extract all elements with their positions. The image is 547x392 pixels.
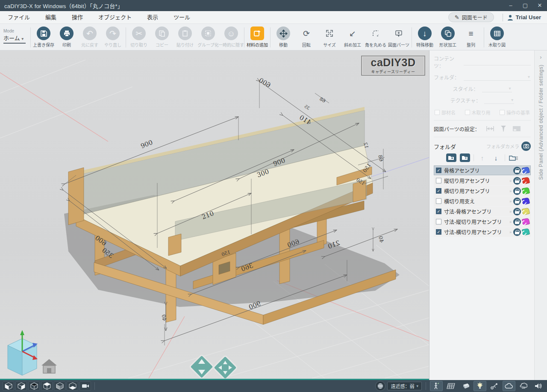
material-block-icon[interactable]: [459, 381, 472, 391]
light-icon[interactable]: [473, 381, 486, 391]
minimize-button[interactable]: –: [503, 0, 518, 11]
delete-folder-button[interactable]: [460, 153, 470, 162]
redo-button[interactable]: ↷ やり直し: [101, 25, 124, 50]
paint-color-icon[interactable]: [522, 187, 530, 195]
lock-icon[interactable]: [513, 228, 521, 236]
paste-button[interactable]: 貼り付け: [174, 25, 197, 50]
perspective-select[interactable]: 遠近感：弱 ▾: [387, 382, 422, 390]
maximize-button[interactable]: ▢: [518, 0, 532, 11]
cut-button[interactable]: ✂ 切り取り: [127, 25, 150, 50]
menu-object[interactable]: オブジェクト: [91, 11, 139, 24]
special-move-button[interactable]: ↓ 特殊移動: [413, 25, 436, 50]
home-view-icon[interactable]: [41, 359, 57, 373]
folder-row[interactable]: 寸法-縦切り用アセンブリ ▸: [434, 217, 531, 227]
hide-button[interactable]: ☺ 一時的に隠す: [220, 25, 243, 50]
lock-icon[interactable]: [513, 208, 521, 215]
chamfer-button[interactable]: ↙ 斜め加工: [341, 25, 364, 50]
move-down-button[interactable]: ↓: [491, 153, 501, 162]
stamp-icon[interactable]: [517, 381, 530, 391]
undo-button[interactable]: ↶ 元に戻す: [78, 25, 101, 50]
drawing-parts-button[interactable]: 図面パーツ: [387, 25, 410, 50]
folder-visibility-checkbox[interactable]: [436, 198, 441, 204]
operation-base-checkbox[interactable]: 操作の基準: [500, 109, 530, 116]
lock-icon[interactable]: [513, 167, 521, 174]
round-corner-button[interactable]: 角を丸める: [364, 25, 387, 50]
zoom-control[interactable]: [190, 355, 214, 378]
paint-color-icon[interactable]: [522, 228, 530, 236]
view-left-button[interactable]: [54, 381, 65, 391]
lock-icon[interactable]: [513, 187, 521, 195]
view-bottom-button[interactable]: [67, 381, 78, 391]
cutting-plan-button[interactable]: 木取り図: [485, 25, 509, 50]
cloud-icon[interactable]: [503, 381, 515, 391]
shape-edit-button[interactable]: 形状加工: [436, 25, 459, 50]
view-front-button[interactable]: [3, 381, 14, 391]
save-button[interactable]: 上書き保存: [32, 25, 55, 50]
grid-panel-icon[interactable]: [444, 381, 457, 391]
content-field[interactable]: [464, 59, 531, 65]
close-button[interactable]: ✕: [532, 0, 547, 11]
folder-row[interactable]: 横切り用支え ▸: [434, 196, 531, 206]
folder-camera-button[interactable]: [521, 141, 531, 151]
walk-mode-icon[interactable]: [430, 381, 443, 391]
texture-field[interactable]: ▾: [484, 97, 514, 104]
user-account[interactable]: Trial User: [507, 14, 541, 21]
paint-color-icon[interactable]: [522, 207, 530, 215]
menu-file[interactable]: ファイル: [0, 11, 38, 24]
paint-color-icon[interactable]: [522, 177, 530, 184]
move-up-button[interactable]: ↑: [477, 153, 488, 162]
style-label: スタイル：: [453, 85, 478, 92]
folder-visibility-checkbox[interactable]: [436, 178, 441, 183]
3d-viewport[interactable]: 900 600 410 68 35 900 300 210 600 350 90…: [0, 50, 429, 380]
snap-points-icon[interactable]: [488, 381, 501, 391]
dimension-parts-icon[interactable]: [486, 125, 494, 132]
board-parts-icon[interactable]: [512, 125, 521, 132]
folder-visibility-checkbox[interactable]: ✓: [436, 209, 441, 214]
view-right-button[interactable]: [41, 381, 53, 391]
folder-visibility-checkbox[interactable]: ✓: [436, 188, 441, 194]
add-folder-button[interactable]: [446, 153, 456, 162]
rotate-button[interactable]: ⟳ 回転: [295, 25, 318, 50]
lock-icon[interactable]: [513, 177, 521, 185]
collapse-chevron-icon[interactable]: ›: [540, 54, 541, 60]
folder-row[interactable]: ✓ 骨格アセンブリ ▸: [434, 165, 531, 175]
paint-color-icon[interactable]: [522, 218, 530, 225]
style-field[interactable]: ▾: [482, 85, 512, 92]
orientation-cube[interactable]: [8, 330, 38, 375]
folder-field[interactable]: ▾: [464, 74, 531, 81]
drawing-mode-button[interactable]: ✎ 図面モード: [448, 12, 494, 22]
menu-edit[interactable]: 編集: [38, 11, 64, 24]
print-button[interactable]: 印刷: [55, 25, 78, 50]
merge-folder-button[interactable]: [509, 153, 519, 162]
part-name-checkbox[interactable]: 部材名: [435, 109, 456, 116]
view-back-button[interactable]: [15, 381, 27, 391]
copy-button[interactable]: コピー: [150, 25, 174, 50]
view-iso-button[interactable]: [28, 381, 40, 391]
lock-icon[interactable]: [513, 218, 521, 226]
folder-row[interactable]: 縦切り用アセンブリ ▸: [434, 176, 531, 186]
lock-icon[interactable]: [513, 197, 521, 205]
globe-button[interactable]: [375, 381, 385, 391]
add-material-button[interactable]: 材料の追加: [246, 25, 269, 50]
menu-operation[interactable]: 操作: [64, 11, 91, 24]
paint-color-icon[interactable]: [522, 166, 530, 174]
sound-icon[interactable]: [532, 381, 544, 391]
mode-select[interactable]: Mode ホーム ▾: [3, 25, 29, 50]
menu-tools[interactable]: ツール: [166, 11, 198, 24]
folder-row[interactable]: ✓ 寸法-骨格アセンブリ ▸: [434, 206, 531, 216]
camera-view-button[interactable]: [79, 381, 91, 391]
align-button[interactable]: ≡ 整列: [459, 25, 482, 50]
folder-row[interactable]: ✓ 横切り用アセンブリ ▸: [434, 186, 531, 196]
paint-color-icon[interactable]: [522, 197, 530, 205]
move-button[interactable]: 移動: [272, 25, 295, 50]
folder-visibility-checkbox[interactable]: ✓: [436, 229, 441, 235]
folder-row[interactable]: ✓ 寸法-横切り用アセンブリ ▸: [434, 227, 531, 237]
menu-view[interactable]: 表示: [139, 11, 166, 24]
folder-visibility-checkbox[interactable]: ✓: [436, 168, 441, 173]
cutting-use-checkbox[interactable]: 木取り用: [465, 109, 491, 116]
group-button[interactable]: グループ化: [197, 25, 220, 50]
size-button[interactable]: サイズ: [318, 25, 341, 50]
folder-visibility-checkbox[interactable]: [436, 219, 441, 224]
side-panel-tab[interactable]: › Side Panel (Advanced object / Folder s…: [534, 50, 547, 380]
screw-parts-icon[interactable]: [500, 125, 506, 133]
